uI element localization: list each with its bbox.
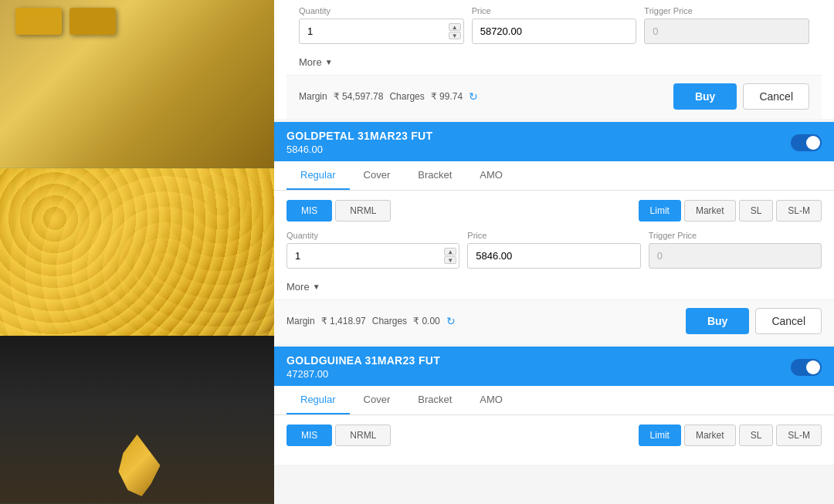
toggle-knob-goldguinea	[806, 360, 820, 374]
market-button-goldguinea[interactable]: Market	[684, 425, 736, 446]
price-label-goldpetal: Price	[467, 231, 640, 240]
quantity-wrapper-goldpetal: ▲ ▼	[286, 243, 459, 269]
tab-bracket-goldguinea[interactable]: Bracket	[404, 386, 466, 414]
btn-group-right-goldpetal: Limit Market SL SL-M	[639, 200, 822, 222]
more-row-goldpetal: More ▼	[274, 275, 834, 299]
slm-button-goldguinea[interactable]: SL-M	[776, 425, 822, 446]
toggle-switch-goldpetal[interactable]	[791, 134, 822, 151]
card-header-goldguinea: GOLDGUINEA 31MAR23 FUT 47287.00	[274, 347, 834, 386]
toggle-switch-goldguinea[interactable]	[791, 359, 822, 376]
btn-group-right-goldguinea: Limit Market SL SL-M	[639, 425, 822, 446]
trigger-input-goldpetal	[649, 243, 822, 269]
quantity-down-partial[interactable]: ▼	[449, 32, 461, 39]
btn-group-left-goldguinea: MIS NRML	[286, 425, 391, 446]
quantity-wrapper-partial: ▲ ▼	[299, 19, 464, 44]
fields-row-partial: Quantity ▲ ▼ Price Trigger Price	[299, 3, 809, 44]
btn-group-row-goldguinea: MIS NRML Limit Market SL SL-M	[286, 425, 822, 446]
quantity-arrows-goldpetal: ▲ ▼	[444, 248, 456, 264]
margin-value-goldpetal: ₹ 1,418.97	[321, 316, 366, 326]
nrml-button-goldguinea[interactable]: NRML	[335, 425, 391, 446]
chevron-down-icon-partial: ▼	[325, 58, 333, 66]
quantity-label-partial: Quantity	[299, 6, 464, 15]
quantity-input-goldpetal[interactable]	[286, 243, 459, 269]
trigger-input-partial	[644, 19, 809, 44]
form-body-goldpetal: MIS NRML Limit Market SL SL-M Quantity	[274, 191, 834, 269]
trigger-group-partial: Trigger Price	[644, 6, 809, 44]
refresh-icon-partial[interactable]: ↻	[469, 90, 478, 103]
cancel-button-partial[interactable]: Cancel	[743, 83, 809, 110]
trigger-group-goldpetal: Trigger Price	[649, 231, 822, 269]
margin-info-partial: Margin ₹ 54,597.78 Charges ₹ 99.74 ↻	[299, 90, 478, 103]
footer-row-goldpetal: Margin ₹ 1,418.97 Charges ₹ 0.00 ↻ Buy C…	[274, 299, 834, 343]
quantity-group-partial: Quantity ▲ ▼	[299, 6, 464, 44]
trigger-label-goldpetal: Trigger Price	[649, 231, 822, 240]
margin-label-partial: Margin	[299, 91, 327, 102]
price-label-partial: Price	[472, 6, 637, 15]
tab-cover-goldpetal[interactable]: Cover	[350, 161, 405, 190]
sl-button-goldpetal[interactable]: SL	[739, 200, 774, 222]
card-header-goldpetal: GOLDPETAL 31MAR23 FUT 5846.00	[274, 122, 834, 161]
btn-group-left-goldpetal: MIS NRML	[286, 200, 391, 222]
gold-nugget-image	[0, 336, 274, 504]
nrml-button-goldpetal[interactable]: NRML	[335, 200, 391, 222]
trading-panel: Quantity ▲ ▼ Price Trigger Price	[274, 0, 834, 504]
slm-button-goldpetal[interactable]: SL-M	[776, 200, 822, 222]
mis-button-goldguinea[interactable]: MIS	[286, 425, 332, 446]
order-card-partial: Quantity ▲ ▼ Price Trigger Price	[274, 0, 834, 119]
chevron-down-icon-goldpetal: ▼	[313, 282, 320, 291]
charges-label-partial: Charges	[389, 91, 424, 102]
limit-button-goldguinea[interactable]: Limit	[639, 425, 681, 446]
margin-label-goldpetal: Margin	[286, 316, 315, 326]
tabs-row-goldpetal: Regular Cover Bracket AMO	[274, 161, 834, 191]
price-input-partial[interactable]	[472, 19, 637, 44]
more-link-partial[interactable]: More ▼	[299, 56, 333, 68]
fields-row-goldpetal: Quantity ▲ ▼ Price Trigger Price	[286, 231, 822, 269]
instrument-name-goldguinea: GOLDGUINEA 31MAR23 FUT	[286, 354, 440, 367]
tab-amo-goldpetal[interactable]: AMO	[466, 161, 517, 190]
more-row-partial: More ▼	[286, 50, 822, 75]
form-body-goldguinea: MIS NRML Limit Market SL SL-M	[274, 415, 834, 465]
quantity-up-goldpetal[interactable]: ▲	[444, 248, 456, 255]
instrument-name-goldpetal: GOLDPETAL 31MAR23 FUT	[286, 130, 432, 142]
refresh-icon-goldpetal[interactable]: ↻	[446, 315, 456, 327]
tab-cover-goldguinea[interactable]: Cover	[350, 386, 405, 414]
toggle-knob-goldpetal	[806, 136, 820, 150]
footer-row-partial: Margin ₹ 54,597.78 Charges ₹ 99.74 ↻ Buy…	[286, 75, 822, 119]
tab-regular-goldguinea[interactable]: Regular	[286, 386, 350, 414]
tab-regular-goldpetal[interactable]: Regular	[286, 161, 350, 190]
footer-btns-goldpetal: Buy Cancel	[686, 308, 822, 334]
card-header-left-goldpetal: GOLDPETAL 31MAR23 FUT 5846.00	[286, 130, 432, 155]
order-card-goldguinea: GOLDGUINEA 31MAR23 FUT 47287.00 Regular …	[274, 347, 834, 465]
limit-button-goldpetal[interactable]: Limit	[639, 200, 681, 222]
more-text-partial: More	[299, 56, 322, 68]
trigger-label-partial: Trigger Price	[644, 6, 809, 15]
price-group-goldpetal: Price	[467, 231, 640, 269]
sl-button-goldguinea[interactable]: SL	[739, 425, 774, 446]
gold-petals-image	[0, 168, 274, 337]
order-card-goldpetal: GOLDPETAL 31MAR23 FUT 5846.00 Regular Co…	[274, 122, 834, 343]
price-input-goldpetal[interactable]	[467, 243, 640, 269]
footer-btns-partial: Buy Cancel	[673, 83, 809, 110]
market-button-goldpetal[interactable]: Market	[684, 200, 736, 222]
tab-amo-goldguinea[interactable]: AMO	[466, 386, 517, 414]
more-link-goldpetal[interactable]: More ▼	[286, 281, 320, 293]
margin-value-partial: ₹ 54,597.78	[334, 91, 384, 102]
quantity-arrows-partial: ▲ ▼	[449, 23, 461, 39]
charges-label-goldpetal: Charges	[372, 316, 407, 326]
more-text-goldpetal: More	[286, 281, 310, 293]
gold-bars-image	[0, 0, 274, 168]
cancel-button-goldpetal[interactable]: Cancel	[755, 308, 822, 334]
charges-value-partial: ₹ 99.74	[431, 91, 463, 102]
quantity-up-partial[interactable]: ▲	[449, 23, 461, 31]
quantity-down-goldpetal[interactable]: ▼	[444, 256, 456, 264]
tab-bracket-goldpetal[interactable]: Bracket	[404, 161, 466, 190]
mis-button-goldpetal[interactable]: MIS	[286, 200, 332, 222]
price-group-partial: Price	[472, 6, 637, 44]
quantity-input-partial[interactable]	[299, 19, 464, 44]
buy-button-partial[interactable]: Buy	[673, 83, 737, 110]
margin-info-goldpetal: Margin ₹ 1,418.97 Charges ₹ 0.00 ↻	[286, 315, 456, 327]
buy-button-goldpetal[interactable]: Buy	[686, 308, 749, 334]
quantity-label-goldpetal: Quantity	[286, 231, 459, 240]
instrument-price-goldguinea: 47287.00	[286, 368, 440, 380]
quantity-group-goldpetal: Quantity ▲ ▼	[286, 231, 459, 269]
